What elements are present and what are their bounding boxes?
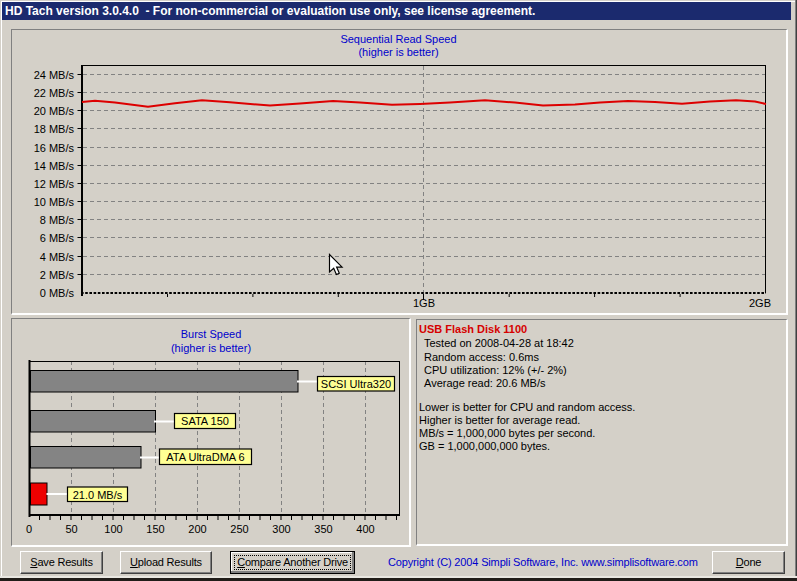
- svg-text:ATA UltraDMA 6: ATA UltraDMA 6: [166, 451, 244, 463]
- svg-text:SCSI Ultra320: SCSI Ultra320: [321, 378, 391, 390]
- svg-text:SATA 150: SATA 150: [181, 415, 229, 427]
- svg-text:21.0 MB/s: 21.0 MB/s: [73, 489, 123, 501]
